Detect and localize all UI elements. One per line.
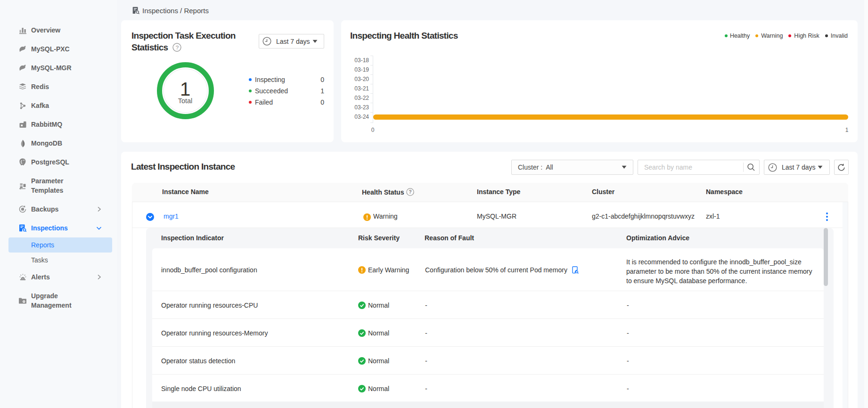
svg-text:0: 0 <box>371 127 375 133</box>
svg-text:?: ? <box>175 44 178 50</box>
svg-text:1: 1 <box>845 127 849 133</box>
svg-text:?: ? <box>409 189 412 195</box>
